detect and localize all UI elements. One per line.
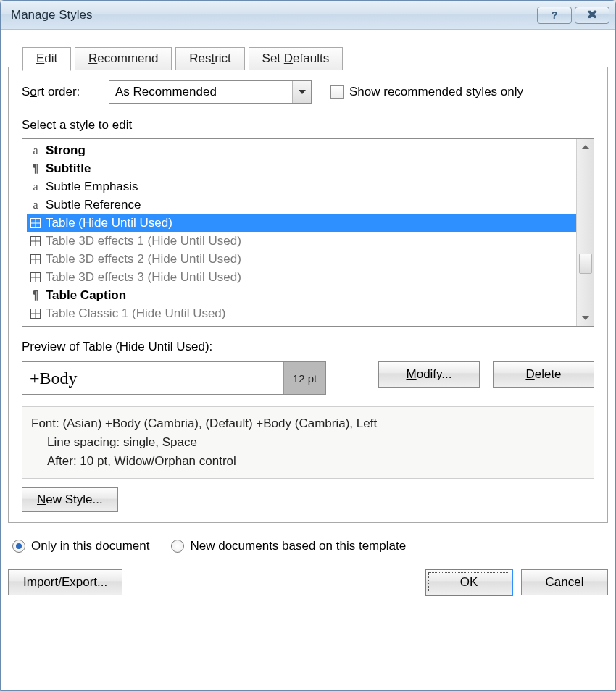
help-button[interactable]: ? <box>537 7 572 24</box>
style-name: Table 3D effects 3 (Hide Until Used) <box>46 268 241 286</box>
svg-marker-17 <box>582 316 589 320</box>
style-name: Table Classic 1 (Hide Until Used) <box>46 304 225 322</box>
manage-styles-dialog: Manage Styles ? ✕ Edit Recommend Restric… <box>0 0 616 691</box>
svg-marker-0 <box>299 90 306 94</box>
style-name: Strong <box>46 141 86 159</box>
radio-icon <box>171 540 184 553</box>
radio-template-label: New documents based on this template <box>190 539 406 553</box>
radio-only-label: Only in this document <box>31 539 149 553</box>
sort-order-select[interactable]: As Recommended <box>109 80 312 104</box>
style-list-item[interactable]: aSubtle Emphasis <box>27 177 576 196</box>
select-style-label: Select a style to edit <box>22 118 594 133</box>
tab-edit[interactable]: Edit <box>22 47 71 71</box>
style-name: Table (Hide Until Used) <box>46 214 172 232</box>
style-description: Font: (Asian) +Body (Cambria), (Default)… <box>22 406 594 479</box>
preview-label: Preview of Table (Hide Until Used): <box>22 340 594 354</box>
paragraph-style-icon: ¶ <box>28 159 43 177</box>
tab-bar: Edit Recommend Restrict Set Defaults <box>8 35 608 67</box>
client-area: Edit Recommend Restrict Set Defaults Sor… <box>8 35 608 683</box>
titlebar: Manage Styles ? ✕ <box>1 1 615 30</box>
ok-button[interactable]: OK <box>425 569 512 595</box>
style-name: Table 3D effects 1 (Hide Until Used) <box>46 232 241 250</box>
desc-line-2: Line spacing: single, Space <box>31 433 585 452</box>
style-list-item[interactable]: ¶Subtitle <box>27 159 576 177</box>
table-style-icon <box>28 218 43 228</box>
radio-only-this-document[interactable]: Only in this document <box>12 539 149 553</box>
table-style-icon <box>28 272 43 282</box>
paragraph-style-icon: ¶ <box>28 286 43 304</box>
preview-font: +Body <box>22 369 283 388</box>
table-style-icon <box>28 236 43 246</box>
style-list-item[interactable]: ¶Table Caption <box>27 286 576 304</box>
window-title: Manage Styles <box>11 8 534 22</box>
style-list-item[interactable]: Table 3D effects 3 (Hide Until Used) <box>27 268 576 286</box>
svg-marker-16 <box>582 145 589 149</box>
scrollbar[interactable] <box>576 139 594 326</box>
tab-set-defaults[interactable]: Set Defaults <box>249 47 344 70</box>
delete-button[interactable]: Delete <box>493 361 594 388</box>
scroll-thumb[interactable] <box>579 254 592 274</box>
style-name: Subtitle <box>46 159 91 177</box>
style-list-item[interactable]: aStrong <box>27 141 576 159</box>
new-style-button[interactable]: New Style... <box>22 487 118 512</box>
style-name: Subtle Emphasis <box>46 177 138 196</box>
character-style-icon: a <box>28 141 43 159</box>
preview-pointsize: 12 pt <box>283 362 325 394</box>
tab-recommend[interactable]: Recommend <box>75 47 172 70</box>
help-icon: ? <box>552 9 558 21</box>
scope-radio-group: Only in this document New documents base… <box>8 539 608 553</box>
style-name: Table Caption <box>46 286 126 304</box>
style-list-item[interactable]: Table (Hide Until Used) <box>27 214 576 232</box>
style-name: Table 3D effects 2 (Hide Until Used) <box>46 250 241 268</box>
sort-order-label: Sort order: <box>22 85 109 99</box>
style-list-item[interactable]: aSubtle Reference <box>27 196 576 214</box>
import-export-button[interactable]: Import/Export... <box>8 569 122 595</box>
checkbox-icon <box>330 85 344 99</box>
sort-order-value: As Recommended <box>115 85 217 99</box>
style-list-item[interactable]: Table 3D effects 1 (Hide Until Used) <box>27 232 576 250</box>
cancel-button[interactable]: Cancel <box>521 569 608 595</box>
character-style-icon: a <box>28 196 43 214</box>
show-recommended-only-label: Show recommended styles only <box>349 85 523 99</box>
desc-line-3: After: 10 pt, Widow/Orphan control <box>31 452 585 471</box>
close-button[interactable]: ✕ <box>575 7 609 24</box>
table-style-icon <box>28 309 43 319</box>
preview-box: +Body 12 pt <box>22 361 326 395</box>
tab-restrict[interactable]: Restrict <box>175 47 245 70</box>
style-name: Subtle Reference <box>46 196 141 214</box>
scroll-up-icon[interactable] <box>577 139 594 155</box>
close-icon: ✕ <box>587 7 597 22</box>
desc-line-1: Font: (Asian) +Body (Cambria), (Default)… <box>31 414 585 433</box>
style-list-item[interactable]: Table 3D effects 2 (Hide Until Used) <box>27 250 576 268</box>
style-list[interactable]: aStrong¶SubtitleaSubtle EmphasisaSubtle … <box>22 138 594 327</box>
style-list-item[interactable]: Table Classic 1 (Hide Until Used) <box>27 304 576 322</box>
show-recommended-only-checkbox[interactable]: Show recommended styles only <box>330 85 523 99</box>
character-style-icon: a <box>28 177 43 196</box>
radio-new-documents-template[interactable]: New documents based on this template <box>171 539 406 553</box>
tab-page-edit: Sort order: As Recommended Show recommen… <box>8 67 608 523</box>
table-style-icon <box>28 254 43 264</box>
chevron-down-icon <box>292 81 311 103</box>
scroll-down-icon[interactable] <box>577 310 594 326</box>
modify-button[interactable]: Modify... <box>378 361 480 388</box>
radio-icon <box>12 540 25 553</box>
